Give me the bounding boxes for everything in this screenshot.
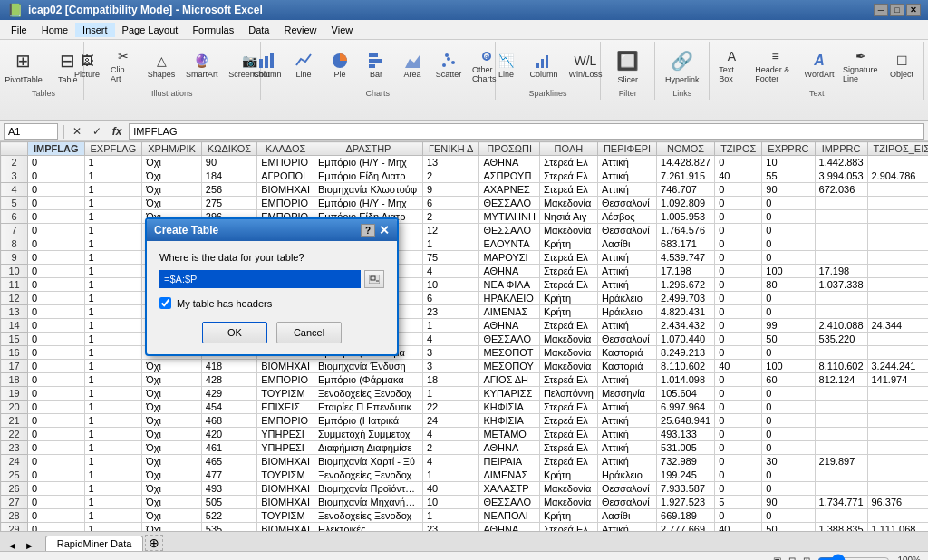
dialog-close-button[interactable]: ✕ [379,223,390,237]
range-select-button[interactable] [364,270,384,288]
ok-button[interactable]: OK [202,322,267,343]
dialog-input-row [160,270,384,288]
headers-checkbox-label: My table has headers [177,298,272,309]
headers-checkbox[interactable] [160,297,171,309]
dialog-title-bar: Create Table ? ✕ [147,219,397,241]
dialog-help-button[interactable]: ? [361,224,375,237]
cancel-button[interactable]: Cancel [276,322,342,343]
table-range-input[interactable] [160,270,361,288]
dialog-overlay: Create Table ? ✕ Where is the data for y… [0,0,928,560]
dialog-body: Where is the data for your table? My tab… [147,241,397,354]
dialog-title-label: Create Table [154,224,218,237]
dialog-question-label: Where is the data for your table? [160,252,384,263]
dialog-checkbox-row: My table has headers [160,297,384,309]
create-table-dialog: Create Table ? ✕ Where is the data for y… [145,217,399,356]
dialog-buttons: OK Cancel [160,322,384,343]
